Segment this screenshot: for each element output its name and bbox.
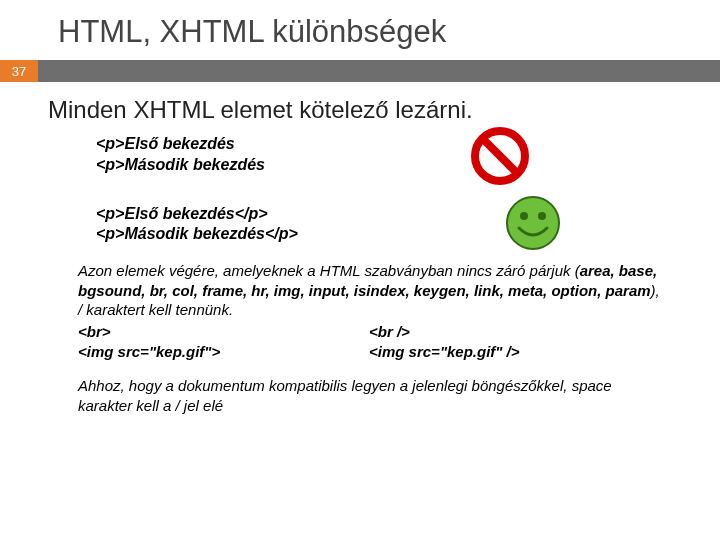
wrong-line-2: <p>Második bekezdés [96, 155, 690, 176]
left-img: <img src="kep.gif"> [78, 342, 369, 362]
svg-point-2 [507, 197, 559, 249]
explanation-paragraph: Azon elemek végére, amelyeknek a HTML sz… [78, 261, 660, 320]
explanation-intro: Azon elemek végére, amelyeknek a HTML sz… [78, 262, 580, 279]
page-number: 37 [0, 60, 38, 82]
prohibited-icon [470, 126, 530, 186]
left-column: <br> <img src="kep.gif"> [78, 322, 369, 363]
svg-point-3 [520, 212, 528, 220]
correct-example-block: <p>Első bekezdés</p> <p>Második bekezdés… [96, 204, 690, 246]
correct-line-1: <p>Első bekezdés</p> [96, 204, 690, 225]
footer-note: Ahhoz, hogy a dokumentum kompatibilis le… [78, 376, 660, 415]
left-br: <br> [78, 322, 369, 342]
right-column: <br /> <img src="kep.gif" /> [369, 322, 660, 363]
correct-line-2: <p>Második bekezdés</p> [96, 224, 690, 245]
header-bar-fill [38, 60, 720, 82]
svg-line-1 [483, 139, 517, 173]
right-br: <br /> [369, 322, 660, 342]
svg-point-4 [538, 212, 546, 220]
before-after-columns: <br> <img src="kep.gif"> <br /> <img src… [78, 322, 660, 363]
wrong-line-1: <p>Első bekezdés [96, 134, 690, 155]
slide-title: HTML, XHTML különbségek [0, 0, 720, 60]
subheading: Minden XHTML elemet kötelező lezárni. [48, 96, 690, 124]
slide-content: Minden XHTML elemet kötelező lezárni. <p… [0, 82, 720, 415]
wrong-example-block: <p>Első bekezdés <p>Második bekezdés [96, 134, 690, 176]
smiley-icon [504, 194, 562, 252]
right-img: <img src="kep.gif" /> [369, 342, 660, 362]
header-bar: 37 [0, 60, 720, 82]
